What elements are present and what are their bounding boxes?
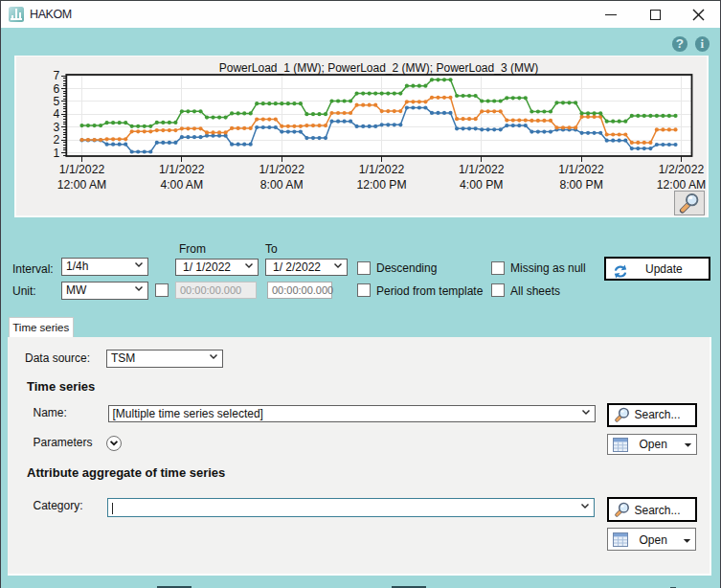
svg-text:PowerLoad_1 (MW); PowerLoad_2: PowerLoad_1 (MW); PowerLoad_2 (MW); Powe… xyxy=(219,61,538,75)
svg-text:5: 5 xyxy=(54,95,60,108)
svg-text:1/2/2022: 1/2/2022 xyxy=(659,163,705,176)
svg-text:1/1/2022: 1/1/2022 xyxy=(359,163,405,176)
svg-text:1/1/2022: 1/1/2022 xyxy=(558,163,604,176)
svg-text:7: 7 xyxy=(54,69,60,82)
svg-text:12:00 AM: 12:00 AM xyxy=(57,178,107,192)
svg-text:2: 2 xyxy=(54,133,60,147)
svg-text:6: 6 xyxy=(54,82,60,96)
svg-text:1: 1 xyxy=(54,147,60,160)
svg-text:1/1/2022: 1/1/2022 xyxy=(159,163,205,176)
svg-text:1/1/2022: 1/1/2022 xyxy=(259,163,304,176)
svg-text:1/1/2022: 1/1/2022 xyxy=(459,163,505,176)
svg-text:12:00 PM: 12:00 PM xyxy=(356,178,406,192)
svg-text:8:00 AM: 8:00 AM xyxy=(260,178,304,192)
svg-text:4: 4 xyxy=(54,107,60,121)
svg-text:8:00 PM: 8:00 PM xyxy=(559,178,602,192)
svg-text:3: 3 xyxy=(54,121,60,134)
svg-text:1/1/2022: 1/1/2022 xyxy=(59,163,105,176)
svg-text:4:00 AM: 4:00 AM xyxy=(160,178,203,192)
svg-text:12:00 AM: 12:00 AM xyxy=(657,178,707,192)
svg-text:4:00 PM: 4:00 PM xyxy=(460,178,503,192)
